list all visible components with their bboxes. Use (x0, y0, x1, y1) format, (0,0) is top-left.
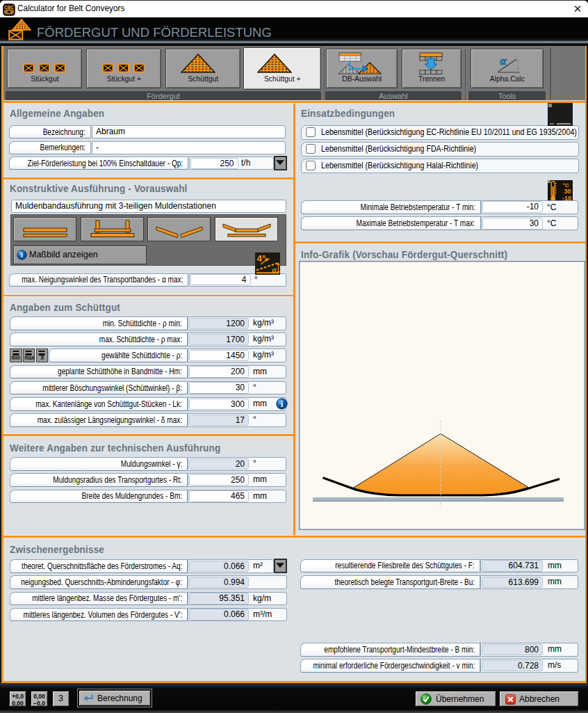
svg-text:4°: 4° (257, 253, 266, 264)
svg-text:i: i (21, 251, 23, 259)
svg-text:30: 30 (564, 188, 571, 195)
svg-text:α: α (272, 265, 277, 275)
svg-text:CBC: CBC (4, 5, 14, 10)
svg-text:α: α (500, 54, 507, 67)
